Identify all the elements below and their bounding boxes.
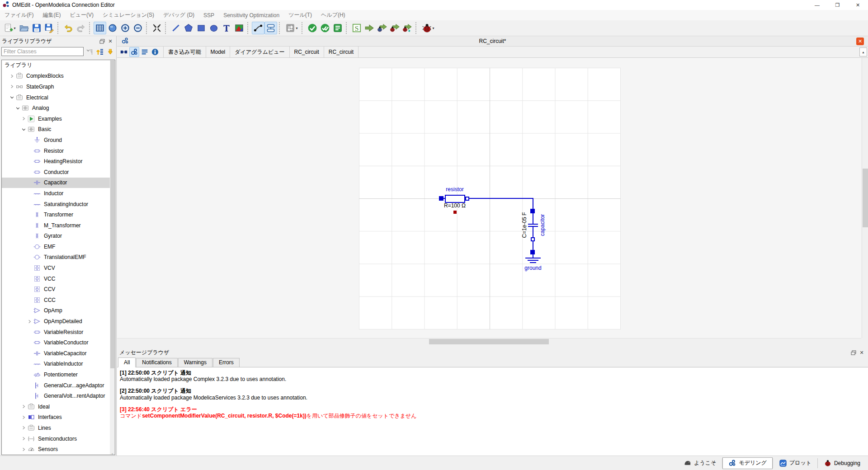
resistor-pin-p[interactable] xyxy=(439,196,443,201)
debug-button[interactable]: ▾ xyxy=(420,22,436,34)
tree-collapsed-icon[interactable] xyxy=(20,404,27,409)
tree-item-translationalemf[interactable]: TranslationalEMF xyxy=(2,252,115,263)
close-dock-button[interactable]: ✕ xyxy=(106,38,114,45)
instantiate-model-button[interactable] xyxy=(331,22,344,34)
move-mode-button[interactable]: ▾ xyxy=(283,22,300,34)
resistor-pin-n[interactable] xyxy=(465,197,469,201)
tree-item-sensors[interactable]: Sensors xyxy=(2,444,115,455)
redo-button[interactable] xyxy=(75,22,87,34)
new-model-button[interactable]: ▾ xyxy=(1,22,18,34)
simulate-algorithmic-debugger-button[interactable] xyxy=(388,22,401,34)
tree-item-vcc[interactable]: VCC xyxy=(2,273,115,284)
save-button[interactable] xyxy=(30,22,43,34)
resistor-heatport[interactable] xyxy=(453,211,457,214)
menu-item-3[interactable]: ビュー(V) xyxy=(65,10,98,20)
tree-collapsed-icon[interactable] xyxy=(8,84,15,89)
close-messages-button[interactable]: ✕ xyxy=(858,349,866,357)
tree-collapsed-icon[interactable] xyxy=(20,436,27,441)
tree-item-semiconductors[interactable]: Semiconductors xyxy=(2,433,115,444)
doc-toolbar-label-3[interactable]: ダイアグラムビュー xyxy=(230,47,289,58)
maximize-button[interactable]: ❐ xyxy=(827,0,848,10)
ground-pin[interactable] xyxy=(530,250,535,254)
scroll-down-icon[interactable]: ˬ xyxy=(110,450,115,454)
simulation-setup-button[interactable]: S xyxy=(350,22,363,34)
simulate-transformational-debugger-button[interactable] xyxy=(376,22,388,34)
connection-wire-h[interactable] xyxy=(469,198,533,199)
close-button[interactable]: ✕ xyxy=(848,0,868,10)
connect-mode-button[interactable] xyxy=(252,22,264,34)
tree-item-electrical[interactable]: Electrical xyxy=(2,92,115,103)
dropdown-caret-icon[interactable]: ▾ xyxy=(296,26,297,30)
tree-item-opamp[interactable]: OpAmp xyxy=(2,306,115,316)
capacitor-pin-p[interactable] xyxy=(530,209,535,213)
connection-wire-v[interactable] xyxy=(533,198,533,210)
perspective--button[interactable]: プロット xyxy=(773,457,817,469)
tree-expanded-icon[interactable] xyxy=(14,106,21,111)
tree-item-conductor[interactable]: Conductor xyxy=(2,167,115,178)
menu-item-7[interactable]: Sensitivity Optimization xyxy=(219,10,284,20)
message-tab-notifications[interactable]: Notifications xyxy=(136,358,177,367)
text-view-button[interactable] xyxy=(140,47,150,57)
menu-item-8[interactable]: ツール(T) xyxy=(284,10,316,20)
menu-item-9[interactable]: ヘルプ(H) xyxy=(316,10,350,20)
tree-item-lines[interactable]: Lines xyxy=(2,423,115,433)
open-model-button[interactable] xyxy=(18,22,30,34)
tree-item-generalvolt-rentadaptor[interactable]: GeneralVolt...rentAdaptor xyxy=(2,390,115,401)
filter-classes-input[interactable] xyxy=(1,47,84,56)
diagram-view-button[interactable] xyxy=(129,47,139,57)
filter-options-icon[interactable] xyxy=(85,47,94,56)
polygon-shape-button[interactable] xyxy=(182,22,195,34)
documentation-view-button[interactable] xyxy=(150,47,160,57)
tree-item-generalcur-ageadaptor[interactable]: GeneralCur...ageAdaptor xyxy=(2,380,115,391)
doc-toolbar-label-1[interactable]: 書き込み可能 xyxy=(163,47,206,58)
doc-toolbar-label-5[interactable]: RC_circuit xyxy=(324,47,359,58)
expand-all-icon[interactable] xyxy=(95,47,104,56)
minimize-button[interactable]: — xyxy=(807,0,827,10)
menu-item-2[interactable]: 編集(E) xyxy=(38,10,65,20)
perspective--button[interactable]: モデリング xyxy=(722,457,772,469)
check-all-models-button[interactable] xyxy=(319,22,331,34)
icon-view-button[interactable] xyxy=(119,47,129,57)
tree-item-basic[interactable]: Basic xyxy=(2,124,115,135)
doc-toolbar-label-4[interactable]: RC_circuit xyxy=(289,47,324,58)
menu-item-4[interactable]: シミュレーション(S) xyxy=(98,10,159,20)
show-grid-button[interactable] xyxy=(94,22,106,34)
simulate-button[interactable] xyxy=(363,22,376,34)
transition-mode-button[interactable] xyxy=(264,22,277,34)
tree-item-variableresistor[interactable]: VariableResistor xyxy=(2,327,115,338)
bitmap-shape-button[interactable] xyxy=(233,22,245,34)
capacitor-pin-n[interactable] xyxy=(531,237,535,241)
tree-item-emf[interactable]: EMF xyxy=(2,241,115,252)
tree-item-resistor[interactable]: Resistor xyxy=(2,146,115,156)
tree-collapsed-icon[interactable] xyxy=(20,415,27,420)
tree-item-saturatinginductor[interactable]: SaturatingInductor xyxy=(2,199,115,210)
library-tree-scrollbar[interactable]: ˬ xyxy=(110,60,115,455)
tree-collapsed-icon[interactable] xyxy=(8,74,15,79)
tree-item-complexblocks[interactable]: ComplexBlocks xyxy=(2,71,115,82)
tree-item-variableinductor[interactable]: VariableInductor xyxy=(2,359,115,370)
dropdown-caret-icon[interactable]: ▾ xyxy=(14,26,15,30)
canvas-vscrollbar[interactable] xyxy=(862,58,868,338)
restore-mdi-icon[interactable]: ▲ xyxy=(859,47,867,56)
menu-item-6[interactable]: SSP xyxy=(199,10,219,20)
line-shape-button[interactable] xyxy=(170,22,182,34)
tree-item-potentiometer[interactable]: Potentiometer xyxy=(2,369,115,380)
simulate-animation-button[interactable] xyxy=(401,22,414,34)
message-tab-all[interactable]: All xyxy=(118,357,136,367)
tree-item-stategraph[interactable]: StateGraph xyxy=(2,81,115,92)
undo-button[interactable] xyxy=(62,22,75,34)
tree-item-interfaces[interactable]: Interfaces xyxy=(2,412,115,423)
message-tab-errors[interactable]: Errors xyxy=(213,358,240,367)
text-shape-button[interactable] xyxy=(220,22,233,34)
ground-bar-1[interactable] xyxy=(525,258,541,258)
tree-item-heatingresistor[interactable]: HeatingResistor xyxy=(2,156,115,167)
tree-item-inductor[interactable]: Inductor xyxy=(2,188,115,199)
menu-item-5[interactable]: デバッグ (D) xyxy=(159,10,199,20)
tree-expanded-icon[interactable] xyxy=(8,95,15,100)
tree-item-variablecapacitor[interactable]: VariableCapacitor xyxy=(2,348,115,359)
message-tab-warnings[interactable]: Warnings xyxy=(178,358,212,367)
tree-item-ideal[interactable]: Ideal xyxy=(2,401,115,412)
tree-expanded-icon[interactable] xyxy=(20,127,27,132)
tree-item--[interactable]: ライブラリ xyxy=(2,60,115,71)
tree-item-m-transformer[interactable]: M_Transformer xyxy=(2,220,115,231)
